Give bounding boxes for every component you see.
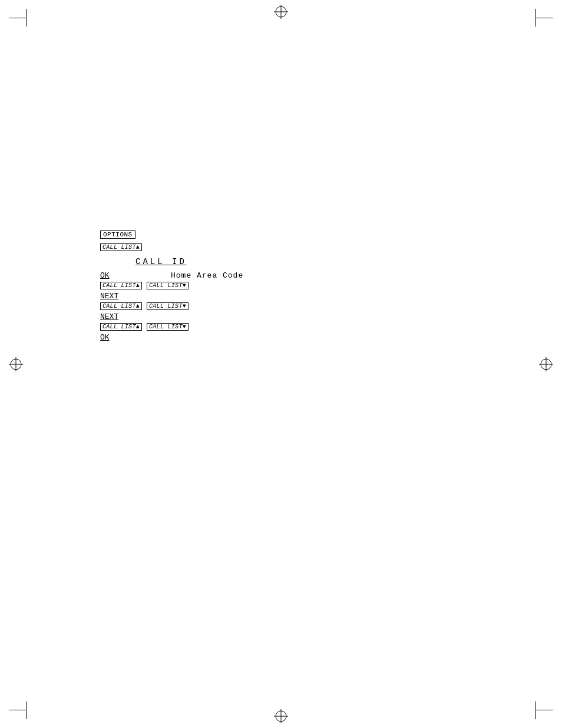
crop-mark-tr-v xyxy=(535,9,536,27)
registration-mark-right xyxy=(539,357,553,371)
next-row-2: NEXT xyxy=(100,311,243,322)
crop-mark-bl-v xyxy=(26,701,27,719)
call-list-up-button-3[interactable]: CALL LIST▲ xyxy=(100,302,142,310)
call-list-down-button-2[interactable]: CALL LIST▼ xyxy=(147,302,189,310)
call-list-down-button-1[interactable]: CALL LIST▼ xyxy=(147,282,189,289)
ok-label-2: OK xyxy=(100,333,124,342)
crop-mark-bl-h xyxy=(9,710,27,710)
call-list-up-button-1[interactable]: CALL LIST▲ xyxy=(100,243,142,251)
ok-row-2: OK xyxy=(100,332,243,342)
registration-mark-bottom xyxy=(274,709,288,723)
main-content: OPTIONS CALL LIST▲ CALL ID OK Home Area … xyxy=(100,230,243,344)
crop-mark-tl-v xyxy=(26,9,27,27)
next-row-1: NEXT xyxy=(100,291,243,301)
call-list-row-2: CALL LIST▲ CALL LIST▼ xyxy=(100,302,243,310)
registration-mark-left xyxy=(9,357,23,371)
call-list-up-button-4[interactable]: CALL LIST▲ xyxy=(100,323,142,331)
call-list-up-row-1: CALL LIST▲ xyxy=(100,242,243,252)
call-list-row-1: CALL LIST▲ CALL LIST▼ xyxy=(100,282,243,289)
next-label-2: NEXT xyxy=(100,312,124,321)
crop-mark-tl-h xyxy=(9,18,27,18)
ok-home-area-code-row: OK Home Area Code xyxy=(100,270,243,281)
home-area-code-label: Home Area Code xyxy=(171,271,243,280)
crop-mark-tr-h xyxy=(535,18,553,18)
ok-label-1: OK xyxy=(100,271,124,280)
crop-mark-br-h xyxy=(535,710,553,710)
call-id-title: CALL ID xyxy=(135,257,187,266)
options-button[interactable]: OPTIONS xyxy=(100,230,135,239)
call-list-down-button-3[interactable]: CALL LIST▼ xyxy=(147,323,189,331)
next-label-1: NEXT xyxy=(100,292,124,301)
call-id-title-row: CALL ID xyxy=(100,253,243,269)
call-list-row-3: CALL LIST▲ CALL LIST▼ xyxy=(100,323,243,331)
registration-mark-top xyxy=(274,5,288,19)
call-list-up-button-2[interactable]: CALL LIST▲ xyxy=(100,282,142,289)
options-row: OPTIONS xyxy=(100,230,243,241)
crop-mark-br-v xyxy=(535,701,536,719)
